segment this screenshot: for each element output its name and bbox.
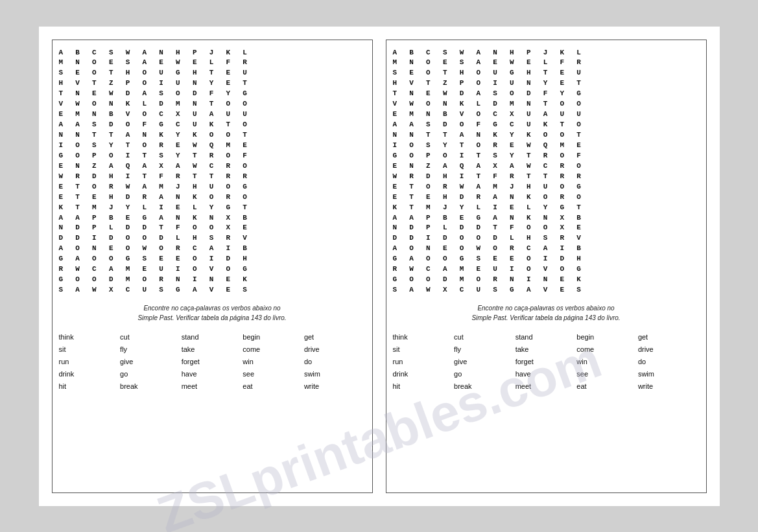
word-item: see	[576, 369, 638, 380]
word-item: run	[59, 356, 121, 367]
word-item: go	[120, 369, 182, 380]
word-item: sit	[59, 344, 121, 355]
right-instruction-line1: Encontre no caça-palavras os verbos abai…	[477, 305, 614, 312]
word-item: drink	[393, 369, 455, 380]
left-instruction-line1: Encontre no caça-palavras os verbos abai…	[143, 305, 280, 312]
right-word-col-3: stand take forget have meet	[515, 332, 577, 486]
word-item: do	[304, 356, 366, 367]
word-item: come	[576, 344, 638, 355]
left-instruction-line2: Simple Past. Verificar tabela da página …	[137, 314, 286, 321]
word-item: meet	[182, 381, 243, 392]
right-word-col-5: get drive do swim write	[638, 332, 700, 486]
word-item: get	[304, 332, 366, 343]
word-item: see	[243, 369, 304, 380]
word-item: write	[304, 381, 366, 392]
word-item: win	[243, 356, 304, 367]
word-item: win	[576, 356, 638, 367]
left-word-col-5: get drive do swim write	[304, 332, 366, 486]
word-item: write	[638, 381, 700, 392]
word-item: drive	[638, 344, 700, 355]
word-item: eat	[576, 381, 638, 392]
left-word-col-1: think sit run drink hit	[59, 332, 121, 486]
right-word-col-2: cut fly give go break	[454, 332, 515, 486]
left-grid: A B C S W A N H P J K L M N O E S A E W …	[59, 48, 366, 296]
word-item: run	[393, 356, 455, 367]
word-item: have	[182, 369, 243, 380]
word-item: hit	[59, 381, 121, 392]
word-item: go	[454, 369, 515, 380]
word-item: get	[638, 332, 700, 343]
word-item: think	[59, 332, 121, 343]
word-item: swim	[638, 369, 700, 380]
word-item: drive	[304, 344, 366, 355]
word-item: forget	[182, 356, 243, 367]
left-word-col-3: stand take forget have meet	[182, 332, 243, 486]
word-item: stand	[515, 332, 577, 343]
word-item: begin	[243, 332, 304, 343]
word-item: have	[515, 369, 577, 380]
left-instruction: Encontre no caça-palavras os verbos abai…	[59, 303, 366, 323]
right-word-col-4: begin come win see eat	[576, 332, 638, 486]
left-word-col-2: cut fly give go break	[120, 332, 182, 486]
page: ZSLprintables.com A B C S W A N H P J K …	[39, 27, 720, 506]
word-item: hit	[393, 381, 455, 392]
word-item: give	[120, 356, 182, 367]
right-instruction: Encontre no caça-palavras os verbos abai…	[393, 303, 700, 323]
word-item: drink	[59, 369, 121, 380]
word-item: cut	[454, 332, 515, 343]
word-item: take	[182, 344, 243, 355]
word-item: begin	[576, 332, 638, 343]
left-word-col-4: begin come win see eat	[243, 332, 304, 486]
word-item: fly	[454, 344, 515, 355]
right-grid: A B C S W A N H P J K L M N O E S A E W …	[393, 48, 700, 296]
word-item: meet	[515, 381, 577, 392]
left-word-list: think sit run drink hit cut fly give go …	[59, 332, 366, 486]
word-item: break	[120, 381, 182, 392]
word-item: think	[393, 332, 455, 343]
word-item: swim	[304, 369, 366, 380]
word-item: break	[454, 381, 515, 392]
word-item: give	[454, 356, 515, 367]
word-item: forget	[515, 356, 577, 367]
word-item: take	[515, 344, 577, 355]
word-item: cut	[120, 332, 182, 343]
word-item: do	[638, 356, 700, 367]
word-item: fly	[120, 344, 182, 355]
left-worksheet: A B C S W A N H P J K L M N O E S A E W …	[52, 40, 373, 493]
right-worksheet: A B C S W A N H P J K L M N O E S A E W …	[386, 40, 707, 493]
word-item: eat	[243, 381, 304, 392]
right-word-list: think sit run drink hit cut fly give go …	[393, 332, 700, 486]
word-item: sit	[393, 344, 455, 355]
word-item: stand	[182, 332, 243, 343]
word-item: come	[243, 344, 304, 355]
right-word-col-1: think sit run drink hit	[393, 332, 455, 486]
right-instruction-line2: Simple Past. Verificar tabela da página …	[471, 314, 620, 321]
